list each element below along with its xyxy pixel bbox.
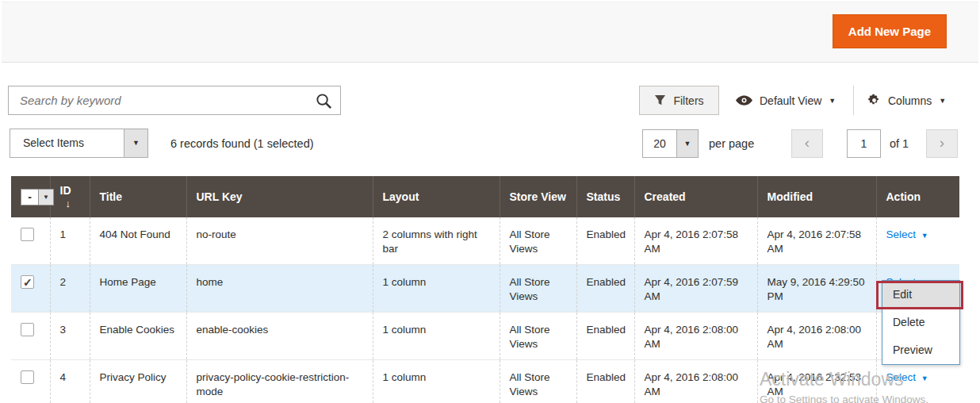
cell-id: 2 bbox=[50, 265, 90, 313]
records-summary: 6 records found (1 selected) bbox=[170, 137, 314, 150]
action-menu-item-preview[interactable]: Preview bbox=[882, 336, 959, 364]
row-checkbox[interactable] bbox=[21, 323, 34, 336]
sort-descending-icon: ↓ bbox=[66, 198, 71, 209]
cell-layout: 2 columns with right bar bbox=[373, 217, 500, 265]
cell-id: 4 bbox=[50, 360, 90, 403]
action-menu-item-delete[interactable]: Delete bbox=[882, 309, 959, 336]
cell-title: Privacy Policy bbox=[90, 360, 186, 403]
table-row: 1 404 Not Found no-route 2 columns with … bbox=[11, 217, 959, 265]
search-input[interactable] bbox=[9, 86, 340, 114]
chevron-down-icon: ▼ bbox=[124, 129, 147, 157]
mass-action-label: Select Items bbox=[10, 129, 124, 157]
cell-status: Enabled bbox=[576, 217, 634, 265]
row-checkbox[interactable] bbox=[21, 228, 34, 241]
chevron-down-icon: ▼ bbox=[676, 130, 698, 157]
cell-modified: Apr 4, 2016 2:07:58 AM bbox=[757, 217, 876, 265]
gear-icon bbox=[867, 94, 881, 107]
table-row: 2 Home Page home 1 column All Store View… bbox=[11, 265, 959, 313]
current-page-input[interactable] bbox=[847, 129, 881, 158]
chevron-down-icon: ▼ bbox=[921, 374, 928, 382]
previous-page-button[interactable]: ‹ bbox=[791, 129, 823, 158]
cell-layout: 1 column bbox=[373, 360, 500, 403]
total-pages-label: of 1 bbox=[890, 137, 909, 150]
eye-icon bbox=[736, 94, 752, 106]
cell-url-key: enable-cookies bbox=[186, 313, 373, 360]
search-icon[interactable] bbox=[315, 92, 333, 110]
cell-id: 3 bbox=[50, 313, 90, 360]
cell-created: Apr 4, 2016 2:07:58 AM bbox=[634, 217, 757, 265]
row-checkbox[interactable] bbox=[21, 370, 34, 384]
multiselect-dash: - bbox=[21, 190, 38, 205]
column-header-status[interactable]: Status bbox=[576, 176, 634, 217]
chevron-down-icon: ▼ bbox=[38, 190, 53, 205]
cell-store-view: All Store Views bbox=[500, 265, 576, 313]
chevron-down-icon: ▼ bbox=[939, 97, 946, 105]
column-header-action: Action bbox=[876, 176, 959, 217]
cell-modified: Apr 4, 2016 2:08:00 AM bbox=[757, 313, 876, 360]
cell-title: Home Page bbox=[90, 265, 186, 313]
column-header-modified[interactable]: Modified bbox=[757, 176, 876, 217]
row-checkbox[interactable] bbox=[21, 275, 34, 289]
grid-header-row: - ▼ ID ↓ Title URL Key Layout Store View… bbox=[11, 176, 959, 217]
chevron-down-icon: ▼ bbox=[921, 232, 928, 240]
column-header-layout[interactable]: Layout bbox=[373, 176, 500, 217]
column-header-url-key[interactable]: URL Key bbox=[186, 176, 373, 217]
keyword-search-box bbox=[8, 86, 341, 115]
cell-layout: 1 column bbox=[373, 265, 500, 313]
column-header-store-view[interactable]: Store View bbox=[500, 176, 576, 217]
column-header-id[interactable]: ID ↓ bbox=[50, 176, 90, 217]
cell-created: Apr 4, 2016 2:07:59 AM bbox=[634, 265, 757, 313]
table-row: 4 Privacy Policy privacy-policy-cookie-r… bbox=[11, 360, 959, 403]
cell-created: Apr 4, 2016 2:08:00 AM bbox=[634, 313, 757, 360]
table-row: 3 Enable Cookies enable-cookies 1 column… bbox=[11, 313, 959, 360]
per-page-label: per page bbox=[709, 137, 754, 150]
cell-status: Enabled bbox=[576, 265, 634, 313]
filter-funnel-icon bbox=[654, 94, 666, 106]
header-multiselect-cell: - ▼ bbox=[11, 176, 50, 217]
cell-url-key: home bbox=[186, 265, 373, 313]
view-selector-label: Default View bbox=[760, 94, 821, 107]
next-page-button[interactable]: › bbox=[926, 129, 958, 158]
per-page-select[interactable]: 20 ▼ bbox=[642, 129, 699, 158]
column-header-created[interactable]: Created bbox=[634, 176, 757, 217]
mass-action-select[interactable]: Select Items ▼ bbox=[10, 129, 148, 158]
cell-modified: Apr 4, 2016 2:32:53 AM bbox=[757, 360, 876, 403]
cell-store-view: All Store Views bbox=[500, 360, 576, 403]
cell-url-key: no-route bbox=[186, 217, 373, 265]
add-new-page-button[interactable]: Add New Page bbox=[833, 14, 947, 48]
cell-url-key: privacy-policy-cookie-restriction-mode bbox=[186, 360, 373, 403]
per-page-value: 20 bbox=[643, 130, 676, 157]
columns-selector-label: Columns bbox=[888, 94, 932, 107]
columns-selector[interactable]: Columns ▼ bbox=[867, 86, 946, 115]
cell-store-view: All Store Views bbox=[500, 313, 576, 360]
column-header-title[interactable]: Title bbox=[90, 176, 186, 217]
cell-store-view: All Store Views bbox=[500, 217, 576, 265]
row-action-select[interactable]: Select ▼ bbox=[886, 371, 928, 383]
chevron-down-icon: ▼ bbox=[829, 97, 836, 105]
view-selector[interactable]: Default View ▼ bbox=[736, 86, 836, 115]
row-action-menu: Edit Delete Preview bbox=[882, 280, 960, 365]
filters-button-label: Filters bbox=[673, 94, 703, 107]
cell-status: Enabled bbox=[576, 360, 634, 403]
action-menu-item-edit[interactable]: Edit bbox=[882, 281, 959, 309]
toolbar-divider bbox=[853, 86, 854, 115]
cell-modified: May 9, 2016 4:29:50 PM bbox=[757, 265, 876, 313]
cell-id: 1 bbox=[50, 217, 90, 265]
row-action-select[interactable]: Select ▼ bbox=[886, 228, 928, 240]
cms-pages-grid: - ▼ ID ↓ Title URL Key Layout Store View… bbox=[11, 176, 959, 403]
cell-created: Apr 4, 2016 2:08:00 AM bbox=[634, 360, 757, 403]
cell-title: Enable Cookies bbox=[90, 313, 186, 360]
cell-status: Enabled bbox=[576, 313, 634, 360]
filters-button[interactable]: Filters bbox=[639, 86, 719, 115]
cell-title: 404 Not Found bbox=[90, 217, 186, 265]
cell-layout: 1 column bbox=[373, 313, 500, 360]
multiselect-dropdown[interactable]: - ▼ bbox=[21, 189, 54, 205]
